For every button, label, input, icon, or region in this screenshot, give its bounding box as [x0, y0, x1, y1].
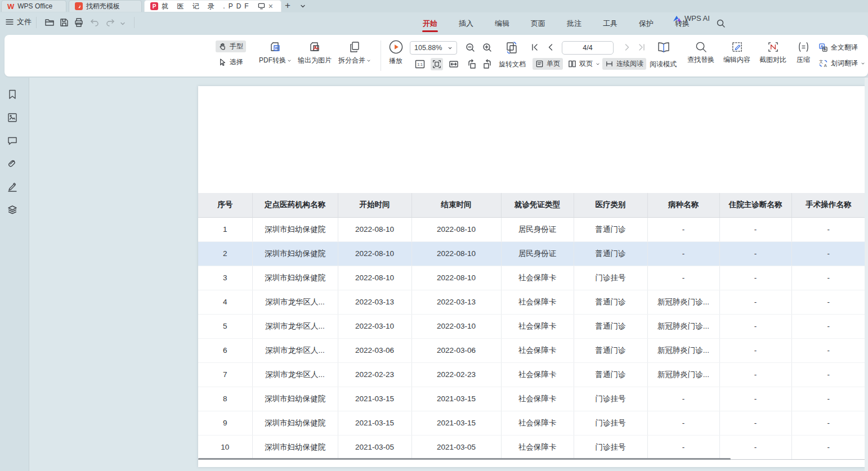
first-page-icon[interactable] [530, 43, 542, 54]
tab-medical-record-pdf[interactable]: P 就 医 记 录 .PDF × [144, 0, 281, 12]
table-cell: - [791, 435, 865, 459]
chevron-down-icon [596, 62, 600, 66]
wps-ai-icon [673, 15, 682, 23]
hamburger-icon [6, 19, 14, 25]
wps-ai-button[interactable]: WPS AI [667, 14, 715, 23]
previous-page-icon[interactable] [546, 43, 557, 54]
pdf-convert-button[interactable]: W PDF转换 [257, 41, 294, 65]
more-actions-chevron-icon[interactable] [119, 19, 131, 30]
new-tab-button[interactable]: + [285, 0, 290, 11]
split-merge-button[interactable]: 拆分合并 [335, 41, 374, 65]
print-icon[interactable] [73, 17, 84, 28]
menu-tab-开始[interactable]: 开始 [412, 14, 448, 33]
open-file-icon[interactable] [44, 17, 55, 28]
table-row: 10深圳市妇幼保健院2021-03-052021-03-05社会保障卡门诊挂号-… [198, 435, 865, 459]
play-button[interactable]: 播放 [386, 39, 405, 66]
rotate-right-icon[interactable] [482, 59, 493, 70]
window-tab-bar: W WPS Office 找稻壳模板 P 就 医 记 录 .PDF × + [0, 0, 868, 12]
table-cell: 2022-08-10 [411, 241, 501, 266]
full-translate-button[interactable]: A 全文翻译 [818, 43, 858, 52]
table-row: 4深圳市龙华区人...2022-03-132022-03-13社会保障卡普通门诊… [198, 290, 865, 314]
compress-icon [797, 41, 810, 53]
tab-label: 就 医 记 录 .PDF [162, 2, 252, 11]
attachment-icon[interactable] [7, 158, 19, 171]
save-icon[interactable] [59, 17, 70, 28]
table-cell: 5 [198, 314, 252, 338]
menu-tab-保护[interactable]: 保护 [628, 14, 664, 33]
export-image-label: 输出为图片 [298, 56, 332, 65]
compress-button[interactable]: 压缩 [791, 41, 815, 65]
table-cell: 深圳市妇幼保健院 [252, 387, 338, 411]
rotate-left-icon[interactable] [466, 59, 477, 70]
table-cell: 2021-03-15 [338, 411, 411, 435]
open-on-device-icon[interactable] [258, 3, 265, 10]
zoom-out-icon[interactable] [465, 42, 476, 53]
page-number-input[interactable] [562, 41, 614, 55]
table-cell: - [791, 314, 865, 338]
thumbnail-icon[interactable] [7, 112, 19, 124]
layers-icon[interactable] [7, 204, 19, 217]
actual-size-icon[interactable]: 1:1 [414, 59, 426, 70]
screenshot-compare-button[interactable]: 截图对比 [755, 41, 790, 65]
hand-icon [218, 42, 227, 51]
file-menu-button[interactable]: 文件 [6, 17, 32, 27]
read-mode-button[interactable]: 阅读模式 [650, 60, 677, 69]
swap-pages-icon[interactable] [504, 41, 516, 52]
tab-wps-home[interactable]: W WPS Office [1, 0, 66, 12]
find-replace-button[interactable]: 查找替换 [683, 41, 718, 65]
table-cell: 社会保障卡 [501, 266, 574, 290]
divider [36, 17, 37, 28]
document-sidebar [7, 89, 19, 217]
table-cell: 新冠肺炎门诊... [647, 362, 719, 387]
menu-tab-批注[interactable]: 批注 [556, 14, 592, 33]
last-page-icon[interactable] [637, 43, 648, 54]
table-cell: - [791, 241, 865, 266]
continuous-reading-button[interactable]: 连续阅读 [602, 58, 646, 70]
column-header: 医疗类别 [574, 193, 647, 217]
table-cell: 社会保障卡 [501, 362, 574, 387]
signature-icon[interactable] [7, 181, 19, 194]
table-cell: 2022-08-10 [411, 217, 501, 241]
rotate-document-label[interactable]: 旋转文档 [499, 60, 526, 69]
redo-icon[interactable] [105, 17, 116, 28]
menu-tab-编辑[interactable]: 编辑 [484, 14, 520, 33]
menu-tab-插入[interactable]: 插入 [448, 14, 484, 33]
file-menu-label: 文件 [17, 17, 32, 27]
pdf-page: 序号定点医药机构名称开始时间结束时间就诊凭证类型医疗类别病种名称住院主诊断名称手… [198, 86, 865, 467]
select-tool-button[interactable]: 选择 [216, 56, 246, 68]
horizontal-scrollbar[interactable] [198, 458, 731, 460]
menu-tab-页面[interactable]: 页面 [520, 14, 556, 33]
table-cell: 2022-08-10 [338, 217, 411, 241]
zoom-level-value: 105.88% [414, 44, 442, 52]
hand-tool-button[interactable]: 手型 [216, 41, 246, 52]
tab-list-chevron-icon[interactable] [299, 2, 306, 12]
fit-page-icon[interactable] [431, 58, 443, 70]
export-image-button[interactable]: 输出为图片 [296, 41, 333, 65]
next-page-icon[interactable] [623, 43, 634, 54]
bookmark-icon[interactable] [7, 89, 19, 101]
zoom-level-select[interactable]: 105.88% [410, 41, 457, 55]
table-cell: 2022-03-13 [338, 290, 411, 314]
vertical-scrollbar[interactable] [865, 78, 868, 471]
table-body: 1深圳市妇幼保健院2022-08-102022-08-10居民身份证普通门诊--… [198, 217, 865, 459]
close-tab-icon[interactable]: × [269, 2, 273, 11]
single-page-button[interactable]: 单页 [533, 58, 563, 70]
word-translate-button[interactable]: 文 A 划词翻译 [818, 59, 865, 68]
undo-icon[interactable] [89, 17, 100, 28]
menu-search-icon[interactable] [716, 19, 726, 30]
table-cell: - [719, 411, 791, 435]
fit-width-icon[interactable] [448, 59, 459, 70]
cursor-icon [218, 58, 227, 66]
edit-content-button[interactable]: 编辑内容 [719, 41, 754, 65]
read-mode-icon[interactable] [656, 40, 668, 51]
table-cell: 普通门诊 [574, 338, 647, 362]
table-cell: - [647, 217, 719, 241]
svg-text:W: W [275, 46, 279, 50]
double-page-button[interactable]: 双页 [565, 58, 603, 70]
tab-docer-templates[interactable]: 找稻壳模板 [69, 0, 142, 12]
menu-tab-工具[interactable]: 工具 [592, 14, 628, 33]
comment-icon[interactable] [7, 135, 19, 147]
double-page-label: 双页 [579, 59, 593, 69]
zoom-in-icon[interactable] [482, 42, 493, 53]
table-cell: 深圳市妇幼保健院 [252, 241, 338, 266]
